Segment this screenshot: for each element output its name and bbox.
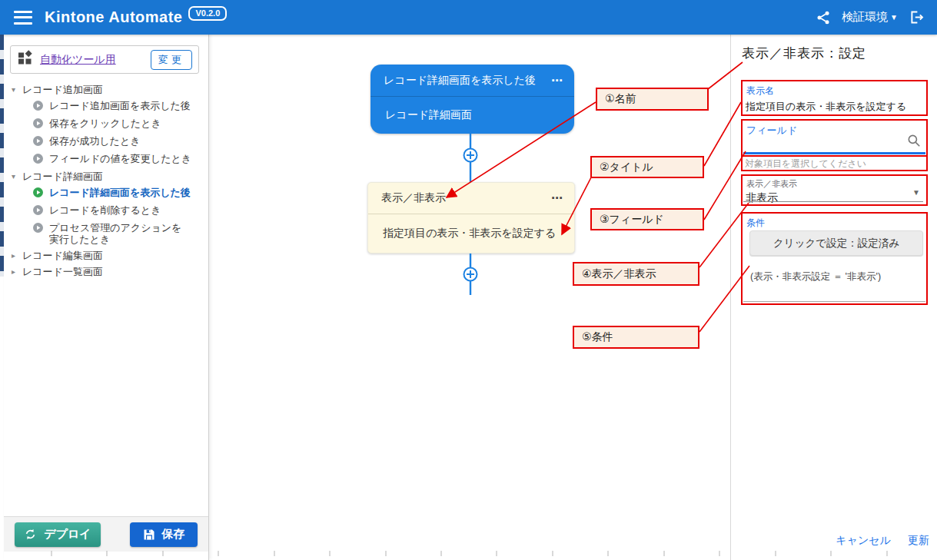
condition-expression: (表示・非表示設定 ＝ '非表示') bbox=[750, 270, 881, 283]
dropdown-caret-icon[interactable]: ▼ bbox=[912, 188, 920, 197]
condition-section: 条件 クリックで設定：設定済み (表示・非表示設定 ＝ '非表示') bbox=[741, 212, 928, 305]
tree-group-record-add[interactable]: ▾ レコード追加画面 bbox=[4, 81, 208, 98]
app-header: Kintone Automate V0.2.0 検証環境 ▼ bbox=[0, 0, 937, 35]
condition-underline bbox=[743, 301, 925, 302]
tree-item[interactable]: レコード追加画面を表示した後 bbox=[4, 98, 208, 115]
tree-item-label: プロセス管理のアクションを実行したとき bbox=[49, 222, 191, 245]
action-node-subtitle: 指定項目の表示・非表示を設定する bbox=[383, 227, 556, 240]
panel-title: 表示／非表示：設定 bbox=[742, 45, 866, 62]
play-icon bbox=[33, 154, 43, 166]
play-icon bbox=[33, 136, 43, 148]
tree-item-label: フィールドの値を変更したとき bbox=[49, 153, 191, 166]
sync-icon bbox=[24, 528, 37, 541]
trigger-node[interactable]: レコード詳細画面を表示した後 ⋯ レコード詳細画面 bbox=[370, 65, 574, 134]
display-name-value: 指定項目の表示・非表示を設定する bbox=[743, 98, 926, 114]
trigger-node-subtitle: レコード詳細画面 bbox=[385, 108, 472, 122]
visibility-select[interactable]: 表示／非表示 非表示 ▼ bbox=[741, 174, 928, 206]
more-menu-icon[interactable]: ⋯ bbox=[551, 74, 563, 88]
caret-down-icon: ▾ bbox=[12, 84, 22, 95]
panel-actions: キャンセル 更新 bbox=[836, 534, 929, 548]
field-search-input[interactable] bbox=[746, 138, 899, 151]
app-title: Kintone Automate bbox=[45, 8, 182, 26]
annotation-field: ③フィールド bbox=[590, 208, 704, 230]
app-blocks-icon bbox=[17, 50, 33, 69]
field-select-box: フィールド bbox=[741, 119, 928, 157]
change-app-button[interactable]: 変更 bbox=[151, 50, 192, 70]
search-icon[interactable] bbox=[907, 134, 921, 151]
action-node[interactable]: 表示／非表示 ⋯ 指定項目の表示・非表示を設定する bbox=[367, 182, 575, 253]
display-name-label: 表示名 bbox=[743, 81, 926, 98]
field-label: フィールド bbox=[743, 121, 926, 138]
input-focus-underline bbox=[743, 152, 925, 154]
floppy-icon bbox=[143, 529, 155, 541]
annotation-condition: ⑤条件 bbox=[573, 326, 699, 349]
hamburger-menu-icon[interactable] bbox=[14, 11, 32, 25]
tree-item-label: レコードを削除するとき bbox=[49, 204, 161, 217]
play-icon bbox=[33, 223, 43, 245]
condition-set-button[interactable]: クリックで設定：設定済み bbox=[749, 230, 923, 256]
app-name-link[interactable]: 自動化ツール用 bbox=[40, 53, 116, 67]
trigger-node-title: レコード詳細画面を表示した後 bbox=[384, 74, 536, 88]
action-node-title: 表示／非表示 bbox=[381, 191, 446, 205]
cancel-link[interactable]: キャンセル bbox=[836, 534, 891, 548]
play-icon bbox=[33, 205, 43, 217]
caret-down-icon: ▾ bbox=[12, 171, 22, 182]
tree-group-label: レコード追加画面 bbox=[22, 84, 103, 95]
annotation-name: ①名前 bbox=[596, 88, 709, 111]
caret-right-icon: ▸ bbox=[12, 250, 22, 261]
app-window: Kintone Automate V0.2.0 検証環境 ▼ 自動化ツール用 変… bbox=[0, 0, 937, 560]
environment-selector[interactable]: 検証環境 ▼ bbox=[842, 10, 898, 25]
tree-group-record-list[interactable]: ▸ レコード一覧画面 bbox=[4, 263, 208, 280]
annotation-title: ②タイトル bbox=[590, 156, 704, 178]
play-icon-active bbox=[33, 187, 43, 200]
version-badge: V0.2.0 bbox=[188, 6, 227, 21]
annotation-label: ⑤条件 bbox=[582, 330, 613, 344]
annotation-label: ③フィールド bbox=[600, 213, 664, 227]
visibility-value: 非表示 bbox=[743, 190, 926, 205]
tree-group-label: レコード一覧画面 bbox=[22, 266, 103, 277]
tree-item[interactable]: 保存をクリックしたとき bbox=[4, 115, 208, 133]
select-underline bbox=[743, 201, 923, 202]
tree-item-label: 保存をクリックしたとき bbox=[49, 118, 161, 131]
tree-item[interactable]: フィールドの値を変更したとき bbox=[4, 151, 208, 168]
tree-item[interactable]: プロセス管理のアクションを実行したとき bbox=[4, 220, 196, 247]
tree-item-label: 保存が成功したとき bbox=[49, 135, 141, 148]
window-edge-strip bbox=[0, 35, 4, 277]
tree-item[interactable]: 保存が成功したとき bbox=[4, 133, 208, 151]
condition-label: 条件 bbox=[743, 214, 926, 230]
play-icon bbox=[33, 118, 43, 131]
sidebar-footer: デプロイ 保存 bbox=[4, 516, 208, 552]
logout-icon[interactable] bbox=[909, 9, 925, 25]
visibility-label: 表示／非表示 bbox=[743, 176, 926, 190]
save-button-label: 保存 bbox=[162, 527, 185, 542]
annotation-visibility: ④表示／非表示 bbox=[573, 262, 699, 286]
tree-group-label: レコード詳細画面 bbox=[22, 171, 103, 182]
display-name-field: 表示名 指定項目の表示・非表示を設定する bbox=[741, 80, 928, 116]
environment-label: 検証環境 bbox=[842, 10, 888, 25]
annotation-label: ①名前 bbox=[605, 92, 636, 106]
app-selector-box: 自動化ツール用 変更 bbox=[10, 45, 199, 74]
event-tree: ▾ レコード追加画面 レコード追加画面を表示した後 保存をクリックしたとき 保存… bbox=[4, 81, 208, 280]
flow-canvas: レコード詳細画面を表示した後 ⋯ レコード詳細画面 表示／非表示 ⋯ 指定項目の… bbox=[209, 35, 730, 560]
deploy-button[interactable]: デプロイ bbox=[15, 522, 101, 547]
tree-group-record-detail[interactable]: ▾ レコード詳細画面 bbox=[4, 168, 208, 184]
play-icon bbox=[33, 101, 43, 113]
deploy-button-label: デプロイ bbox=[44, 527, 91, 542]
more-menu-icon[interactable]: ⋯ bbox=[551, 191, 563, 205]
settings-panel: 表示／非表示：設定 表示名 指定項目の表示・非表示を設定する フィールド 対象項… bbox=[730, 35, 937, 560]
tree-item-selected[interactable]: レコード詳細画面を表示した後 bbox=[4, 184, 208, 202]
update-link[interactable]: 更新 bbox=[908, 534, 929, 548]
caret-right-icon: ▸ bbox=[12, 266, 22, 277]
annotation-label: ④表示／非表示 bbox=[582, 267, 656, 281]
tree-group-label: レコード編集画面 bbox=[22, 250, 103, 261]
field-placeholder-box: 対象項目を選択してください bbox=[741, 157, 928, 171]
tree-group-record-edit[interactable]: ▸ レコード編集画面 bbox=[4, 247, 208, 263]
chevron-down-icon: ▼ bbox=[890, 13, 898, 22]
tree-item[interactable]: レコードを削除するとき bbox=[4, 202, 208, 220]
tree-item-label: レコード追加画面を表示した後 bbox=[49, 100, 191, 113]
tree-item-label: レコード詳細画面を表示した後 bbox=[49, 187, 191, 200]
share-icon[interactable] bbox=[816, 10, 831, 25]
annotation-label: ②タイトル bbox=[600, 161, 653, 174]
field-placeholder: 対象項目を選択してください bbox=[743, 157, 926, 171]
save-button[interactable]: 保存 bbox=[130, 522, 198, 547]
